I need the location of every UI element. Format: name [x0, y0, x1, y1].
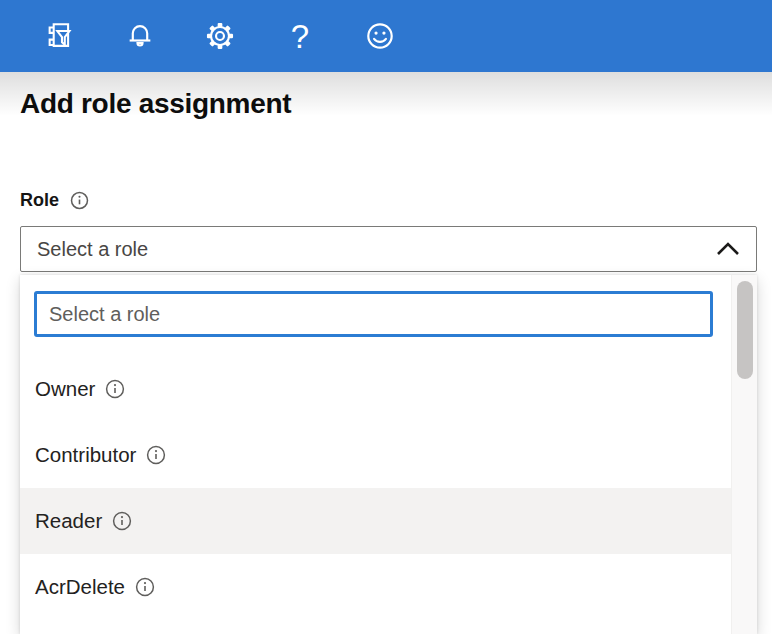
info-icon[interactable] [105, 379, 125, 399]
role-label: Role [20, 190, 59, 211]
role-option-owner[interactable]: Owner [20, 356, 731, 422]
option-label: AcrDelete [35, 575, 125, 599]
role-option-acrdelete[interactable]: AcrDelete [20, 554, 731, 620]
chevron-up-icon [716, 242, 740, 256]
feedback-smiley-icon[interactable] [360, 16, 400, 56]
directory-filter-icon[interactable] [40, 16, 80, 56]
option-label: Contributor [35, 443, 136, 467]
option-label: Owner [35, 377, 95, 401]
info-icon[interactable] [135, 577, 155, 597]
dropdown-scrollbar-track [731, 275, 757, 634]
topbar: ? [0, 0, 772, 72]
option-label: Reader [35, 509, 102, 533]
role-options-list: Owner Contributor Reader [20, 356, 731, 620]
help-question-icon[interactable]: ? [280, 16, 320, 56]
role-search-input[interactable] [34, 291, 713, 337]
dropdown-scrollbar-thumb[interactable] [737, 281, 753, 379]
question-mark-glyph: ? [291, 20, 309, 53]
role-select-value: Select a role [37, 238, 148, 261]
role-field-label-row: Role [20, 190, 89, 211]
role-option-reader[interactable]: Reader [20, 488, 731, 554]
settings-gear-icon[interactable] [200, 16, 240, 56]
role-dropdown-panel: Owner Contributor Reader [20, 275, 757, 634]
role-select[interactable]: Select a role [20, 226, 757, 272]
info-icon[interactable] [146, 445, 166, 465]
notifications-bell-icon[interactable] [120, 16, 160, 56]
info-icon[interactable] [112, 511, 132, 531]
role-option-contributor[interactable]: Contributor [20, 422, 731, 488]
role-info-icon[interactable] [70, 191, 89, 210]
page-title: Add role assignment [20, 88, 291, 120]
